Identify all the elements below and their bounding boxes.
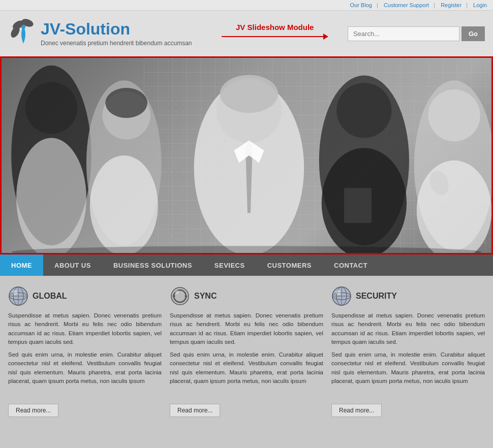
- security-header: SECURITY: [331, 286, 485, 306]
- nav-item-contact[interactable]: CONTACT: [323, 254, 379, 276]
- sync-para1: Suspendisse at metus sapien. Donec venen…: [170, 311, 323, 346]
- security-icon: [331, 286, 352, 306]
- our-blog-link[interactable]: Our Blog: [350, 2, 372, 8]
- sync-body: Suspendisse at metus sapien. Donec venen…: [170, 311, 323, 390]
- slideshow-banner: [0, 56, 493, 254]
- sync-header: SYNC: [170, 286, 323, 306]
- sync-icon: [170, 286, 190, 306]
- nav-item-home[interactable]: HOME: [0, 254, 43, 276]
- sync-title: SYNC: [194, 292, 217, 301]
- feature-columns: GLOBAL Suspendisse at metus sapien. Done…: [8, 286, 485, 417]
- global-header: GLOBAL: [8, 286, 162, 306]
- search-input[interactable]: [348, 26, 459, 41]
- navigation: HOME ABOUT US BUSINESS SOLUTIONS SEVIECS…: [0, 254, 493, 276]
- banner-people: [2, 58, 491, 253]
- security-para1: Suspendisse at metus sapien. Donec venen…: [331, 311, 485, 346]
- global-column: GLOBAL Suspendisse at metus sapien. Done…: [8, 286, 162, 417]
- svg-point-3: [21, 25, 25, 29]
- global-read-more-button[interactable]: Read more...: [8, 404, 58, 417]
- nav-item-services[interactable]: SEVIECS: [203, 254, 256, 276]
- sync-column: SYNC Suspendisse at metus sapien. Donec …: [170, 286, 323, 417]
- global-para1: Suspendisse at metus sapien. Donec venen…: [8, 311, 162, 346]
- slideshow-label-area: JV Slideshow Module: [202, 23, 348, 45]
- customer-support-link[interactable]: Customer Support: [384, 2, 429, 8]
- logo-subtitle: Donec venenatis pretium hendrerit bibend…: [41, 40, 192, 47]
- svg-point-33: [175, 290, 179, 294]
- svg-point-9: [105, 88, 147, 118]
- global-para2: Sed quis enim urna, in molestie enim. Cu…: [8, 350, 162, 386]
- sync-para2: Sed quis enim urna, in molestie enim. Cu…: [170, 350, 323, 386]
- security-para2: Sed quis enim urna, in molestie enim. Cu…: [331, 350, 485, 386]
- logo-area: JV-Solution Donec venenatis pretium hend…: [8, 16, 192, 51]
- header: JV-Solution Donec venenatis pretium hend…: [0, 11, 493, 56]
- separator-2: |: [434, 2, 435, 8]
- svg-point-19: [428, 89, 480, 141]
- register-link[interactable]: Register: [441, 2, 461, 8]
- slideshow-label: JV Slideshow Module: [236, 23, 314, 31]
- global-icon: [8, 286, 28, 306]
- svg-point-29: [13, 290, 18, 295]
- security-column: SECURITY Suspendisse at metus sapien. Do…: [331, 286, 485, 417]
- svg-rect-17: [344, 188, 372, 223]
- top-bar: Our Blog | Customer Support | Register |…: [0, 0, 493, 11]
- logo-text-area: JV-Solution Donec venenatis pretium hend…: [41, 20, 192, 46]
- svg-point-22: [11, 246, 482, 253]
- svg-point-10: [90, 155, 158, 253]
- svg-point-6: [16, 138, 86, 253]
- separator-3: |: [466, 2, 468, 8]
- logo-title: JV-Solution: [41, 20, 192, 38]
- svg-point-40: [336, 290, 341, 295]
- login-link[interactable]: Login: [473, 2, 487, 8]
- global-body: Suspendisse at metus sapien. Donec venen…: [8, 311, 162, 390]
- logo-icon: [8, 16, 39, 51]
- security-body: Suspendisse at metus sapien. Donec venen…: [331, 311, 485, 390]
- nav-item-business[interactable]: BUSINESS SOLUTIONS: [102, 254, 203, 276]
- search-area: Go: [348, 26, 485, 41]
- separator-1: |: [377, 2, 378, 8]
- nav-item-customers[interactable]: CUSTOMERS: [256, 254, 323, 276]
- global-title: GLOBAL: [33, 292, 67, 301]
- security-read-more-button[interactable]: Read more...: [331, 404, 382, 417]
- svg-point-13: [220, 75, 278, 113]
- svg-point-15: [336, 83, 391, 138]
- sync-read-more-button[interactable]: Read more...: [170, 404, 220, 417]
- search-button[interactable]: Go: [461, 26, 485, 41]
- content-area: GLOBAL Suspendisse at metus sapien. Done…: [0, 276, 493, 427]
- security-title: SECURITY: [356, 292, 397, 301]
- svg-point-5: [25, 82, 77, 134]
- nav-item-about[interactable]: ABOUT US: [43, 254, 102, 276]
